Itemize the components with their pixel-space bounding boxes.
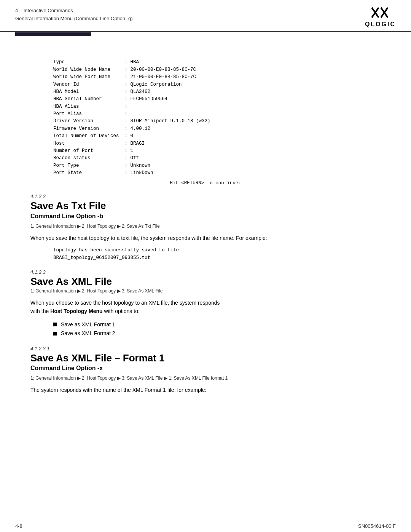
breadcrumb-423: 1: General Information ▶ 2: Host Topolog… xyxy=(30,288,381,294)
bullet-icon-2 xyxy=(53,332,57,335)
terminal-row-host: Host : BRAGI xyxy=(53,140,381,147)
terminal-row-driver: Driver Version : STOR Miniport 9.1.0.18 … xyxy=(53,118,381,125)
list-item-xml1-label: Save as XML Format 1 xyxy=(61,320,115,329)
section-title-4231: Save As XML File – Format 1 xyxy=(30,352,381,364)
terminal-row-devices: Total Number of Devices : 0 xyxy=(53,133,381,140)
terminal-row-model: HBA Model : QLA2462 xyxy=(53,88,381,96)
section-number-422: 4.1.2.2 xyxy=(30,193,381,199)
progress-bar xyxy=(15,32,91,36)
bullet-icon-1 xyxy=(53,323,57,326)
terminal-row-port-alias: Port Alias : xyxy=(53,110,381,118)
xml-format-list: Save as XML Format 1 Save as XML Format … xyxy=(53,320,381,339)
terminal-row-port-type: Port Type : Unknown xyxy=(53,162,381,169)
terminal-row-port-state: Port State : LinkDown xyxy=(53,169,381,177)
code-line2-422: BRAGI_topology_06152007_093855.txt xyxy=(53,254,381,262)
section-title-422: Save As Txt File xyxy=(30,200,381,212)
logo-text: QLOGIC xyxy=(365,21,396,28)
header-line2: General Information Menu (Command Line O… xyxy=(15,15,133,23)
body-text-4231: The system responds with the name of the… xyxy=(30,386,381,395)
body-text-423-line1: When you choose to save the host topolog… xyxy=(30,300,220,306)
terminal-row-type: Type : HBA xyxy=(53,59,381,66)
terminal-row-firmware: Firmware Version : 4.00.12 xyxy=(53,125,381,133)
terminal-row-alias: HBA Alias : xyxy=(53,103,381,110)
section-title-423: Save As XML File xyxy=(30,276,381,288)
section-number-423: 4.1.2.3 xyxy=(30,269,381,275)
terminal-row-beacon: Beacon status : Off xyxy=(53,155,381,162)
footer-page: 4-8 xyxy=(15,523,22,529)
code-block-422: Topology has been successfully saved to … xyxy=(53,247,381,262)
section-4231: 4.1.2.3.1 Save As XML File – Format 1 Co… xyxy=(30,346,381,395)
body-text-423-prefix: with the xyxy=(30,308,50,314)
section-subtitle-422: Command Line Option -b xyxy=(30,213,381,220)
hit-return-text: Hit <RETURN> to continue: xyxy=(30,181,381,186)
qlogic-logo: QLOGIC xyxy=(365,7,396,28)
list-item-xml2: Save as XML Format 2 xyxy=(53,329,381,338)
header-line1: 4 – Interactive Commands xyxy=(15,7,133,15)
footer-doc-number: SN0054614-00 F xyxy=(358,523,396,529)
terminal-row-wwpn: World Wide Port Name : 21-00-00-E0-8B-85… xyxy=(53,73,381,81)
section-number-4231: 4.1.2.3.1 xyxy=(30,346,381,351)
body-text-422: When you save the host topology to a tex… xyxy=(30,234,381,243)
body-text-423-bold: Host Topology Menu xyxy=(50,308,102,314)
terminal-row-wwnn: World Wide Node Name : 20-00-00-E0-8B-85… xyxy=(53,66,381,73)
body-text-423-suffix: with options to: xyxy=(103,308,140,314)
breadcrumb-422: 1. General Information ▶ 2: Host Topolog… xyxy=(30,224,381,229)
terminal-row-serial: HBA Serial Number : FFC0551D59564 xyxy=(53,96,381,103)
code-line1-422: Topology has been successfully saved to … xyxy=(53,247,381,254)
breadcrumb-4231: 1: General Information ▶ 2: Host Topolog… xyxy=(30,375,381,381)
terminal-row-vendor: Vendor Id : QLogic Corporation xyxy=(53,81,381,88)
terminal-block: =================================== Type… xyxy=(53,51,381,177)
page-footer: 4-8 SN0054614-00 F xyxy=(0,520,411,532)
list-item-xml1: Save as XML Format 1 xyxy=(53,320,381,329)
page-header: 4 – Interactive Commands General Informa… xyxy=(0,0,411,32)
main-content: =================================== Type… xyxy=(0,36,411,414)
terminal-row-port-num: Number of Port : 1 xyxy=(53,147,381,155)
section-422: 4.1.2.2 Save As Txt File Command Line Op… xyxy=(30,193,381,262)
list-item-xml2-label: Save as XML Format 2 xyxy=(61,329,115,338)
body-text-423: When you choose to save the host topolog… xyxy=(30,299,381,315)
header-text: 4 – Interactive Commands General Informa… xyxy=(15,7,133,23)
logo-symbol xyxy=(371,7,389,21)
section-subtitle-4231: Command Line Option -x xyxy=(30,365,381,372)
equals-line: =================================== xyxy=(53,51,381,59)
section-423: 4.1.2.3 Save As XML File 1: General Info… xyxy=(30,269,381,338)
